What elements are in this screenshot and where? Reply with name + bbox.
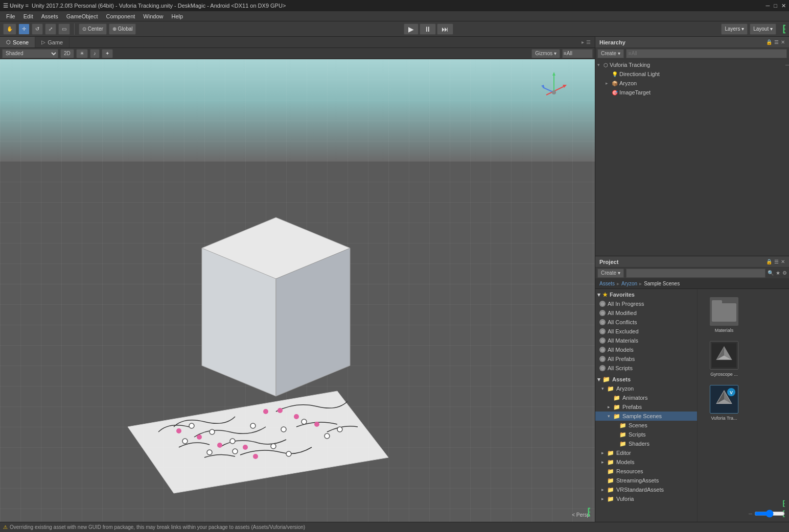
tree-item-image-target[interactable]: ▸ 🎯 ImageTarget xyxy=(595,88,789,97)
tree-item-directional-light[interactable]: ▸ 💡 Directional Light xyxy=(595,69,789,79)
move-tool[interactable]: ✛ xyxy=(18,23,30,35)
fav-all-models[interactable]: ⊙ All Models xyxy=(595,345,697,354)
layers-btn[interactable]: Layers ▾ xyxy=(721,23,748,35)
tree-sample-scenes[interactable]: ▾ 📁 Sample Scenes xyxy=(595,412,697,421)
gizmos-btn[interactable]: Gizmos ▾ xyxy=(531,49,560,58)
project-settings-btn[interactable]: ⚙ xyxy=(782,270,787,276)
menu-edit[interactable]: Edit xyxy=(19,11,37,21)
asset-vuforia-scene[interactable]: V Vuforia Tra... xyxy=(704,383,745,423)
tree-item-aryzon[interactable]: ▸ 📦 Aryzon xyxy=(595,79,789,88)
viewport-tabs: ⬡ Scene ▷ Game ▸ ☰ xyxy=(0,37,595,48)
hand-tool[interactable]: ✋ xyxy=(3,23,16,35)
lighting-btn[interactable]: ☀ xyxy=(76,49,88,58)
project-menu-btn[interactable]: ☰ xyxy=(774,259,779,264)
project-create-btn[interactable]: Create ▾ xyxy=(597,269,624,278)
fav-all-materials[interactable]: ⊙ All Materials xyxy=(595,336,697,345)
audio-btn[interactable]: ♪ xyxy=(90,49,100,58)
step-btn[interactable]: ⏭ xyxy=(437,23,453,35)
tree-prefabs[interactable]: ▸ 📁 Prefabs xyxy=(595,402,697,412)
scenes-icon: 📁 xyxy=(619,422,626,429)
menu-file[interactable]: File xyxy=(2,11,19,21)
fav-all-scripts[interactable]: ⊙ All Scripts xyxy=(595,364,697,373)
tree-animators[interactable]: ▸ 📁 Animators xyxy=(595,393,697,402)
project-search-icon-btn[interactable]: 🔍 xyxy=(768,270,774,276)
tree-scenes[interactable]: ▸ 📁 Scenes xyxy=(595,421,697,430)
scene-search-input[interactable] xyxy=(562,49,593,58)
asset-materials[interactable]: Materials xyxy=(704,295,745,335)
hierarchy-menu-btn[interactable]: ☰ xyxy=(774,39,779,45)
fav-all-modified[interactable]: ⊙ All Modified xyxy=(595,308,697,318)
fx-btn[interactable]: ✦ xyxy=(102,49,113,58)
fav-all-conflicts[interactable]: ⊙ All Conflicts xyxy=(595,318,697,327)
project-star-btn[interactable]: ★ xyxy=(776,270,780,276)
minimize-btn[interactable]: ─ xyxy=(766,3,770,9)
tree-streaming-assets[interactable]: ▸ 📁 StreamingAssets xyxy=(595,476,697,485)
scroll-minus[interactable]: ─ xyxy=(749,511,752,517)
game-tab[interactable]: ▷ Game xyxy=(35,37,69,47)
hierarchy-collapse-btn[interactable]: ─ xyxy=(785,62,789,68)
fav-label-materials: All Materials xyxy=(608,337,638,344)
fav-all-prefabs[interactable]: ⊙ All Prefabs xyxy=(595,354,697,364)
scene-tab[interactable]: ⬡ Scene xyxy=(0,37,35,47)
tree-shaders[interactable]: ▸ 📁 Shaders xyxy=(595,439,697,448)
tree-resources[interactable]: ▸ 📁 Resources xyxy=(595,467,697,476)
vuforia-arrow[interactable]: ▸ xyxy=(601,496,604,501)
shading-mode-select[interactable]: Shaded Wireframe Shaded Wireframe xyxy=(2,49,58,58)
global-local-btn[interactable]: ⊕ Global xyxy=(109,23,136,35)
scene-canvas[interactable]: < Persp ⁅ xyxy=(0,59,595,522)
tree-arrow-light: ▸ xyxy=(606,71,612,77)
center-pivot-btn[interactable]: ⊙ Center xyxy=(79,23,107,35)
viewport-maximize-btn[interactable]: ▸ xyxy=(582,39,584,45)
menu-component[interactable]: Component xyxy=(102,11,139,21)
hierarchy-create-btn[interactable]: Create ▾ xyxy=(597,49,624,58)
fav-all-excluded[interactable]: ⊙ All Excluded xyxy=(595,327,697,336)
sample-scenes-arrow[interactable]: ▾ xyxy=(608,414,610,419)
project-search-input[interactable] xyxy=(626,269,765,278)
favorites-section-header[interactable]: ▾ ★ Favorites xyxy=(595,290,697,299)
prefabs-arrow[interactable]: ▸ xyxy=(608,404,610,409)
menu-help[interactable]: Help xyxy=(167,11,187,21)
tree-scripts[interactable]: ▸ 📁 Scripts xyxy=(595,430,697,439)
menu-gameobject[interactable]: GameObject xyxy=(62,11,102,21)
hierarchy-close-btn[interactable]: ✕ xyxy=(781,39,785,45)
hierarchy-search-input[interactable] xyxy=(626,49,787,58)
assets-section-header[interactable]: ▾ 📁 Assets xyxy=(595,375,697,384)
aryzon-folder-arrow[interactable]: ▾ xyxy=(601,386,604,391)
tree-arrow-vuforia[interactable]: ▾ xyxy=(597,62,604,67)
vr-standard-arrow[interactable]: ▸ xyxy=(601,487,604,492)
tree-editor[interactable]: ▸ 📁 Editor xyxy=(595,448,697,457)
hierarchy-lock-btn[interactable]: 🔒 xyxy=(766,39,772,45)
menu-window[interactable]: Window xyxy=(139,11,167,21)
rotate-tool[interactable]: ↺ xyxy=(32,23,43,35)
scale-tool[interactable]: ⤢ xyxy=(45,23,56,35)
2d-mode-btn[interactable]: 2D xyxy=(60,49,74,58)
tree-aryzon-folder[interactable]: ▾ 📁 Aryzon xyxy=(595,384,697,393)
tree-vuforia[interactable]: ▸ 📁 Vuforia xyxy=(595,494,697,503)
rect-tool[interactable]: ▭ xyxy=(58,23,70,35)
hierarchy-header: Hierarchy 🔒 ☰ ✕ xyxy=(595,37,789,48)
menu-assets[interactable]: Assets xyxy=(37,11,62,21)
project-lock-btn[interactable]: 🔒 xyxy=(766,259,772,264)
tree-item-vuforia-tracking[interactable]: ▾ ⬡ Vuforia Tracking ─ xyxy=(595,60,789,69)
asset-gyroscope[interactable]: Gyroscope ... xyxy=(704,339,745,379)
tree-vr-standard[interactable]: ▸ 📁 VRStandardAssets xyxy=(595,485,697,494)
scripts-icon: 📁 xyxy=(619,431,626,438)
breadcrumb-assets[interactable]: Assets xyxy=(599,281,615,286)
close-btn[interactable]: ✕ xyxy=(781,3,786,9)
fav-all-in-progress[interactable]: ⊙ All In Progress xyxy=(595,299,697,308)
play-btn[interactable]: ▶ xyxy=(404,23,419,35)
maximize-btn[interactable]: □ xyxy=(774,3,777,9)
pause-btn[interactable]: ⏸ xyxy=(420,23,436,35)
tree-arrow-aryzon[interactable]: ▸ xyxy=(606,81,612,86)
project-close-btn[interactable]: ✕ xyxy=(781,259,785,264)
editor-arrow[interactable]: ▸ xyxy=(601,450,604,455)
tree-models[interactable]: ▸ 📁 Models xyxy=(595,457,697,467)
unity-scene-svg xyxy=(712,343,736,368)
aryzon-label: Aryzon xyxy=(619,80,637,86)
breadcrumb-aryzon[interactable]: Aryzon xyxy=(621,281,637,286)
viewport-menu-btn[interactable]: ☰ xyxy=(586,39,591,45)
zoom-slider[interactable] xyxy=(754,510,785,518)
models-arrow[interactable]: ▸ xyxy=(601,460,604,465)
breadcrumb-sample-scenes[interactable]: Sample Scenes xyxy=(644,281,680,286)
layout-btn[interactable]: Layout ▾ xyxy=(750,23,776,35)
